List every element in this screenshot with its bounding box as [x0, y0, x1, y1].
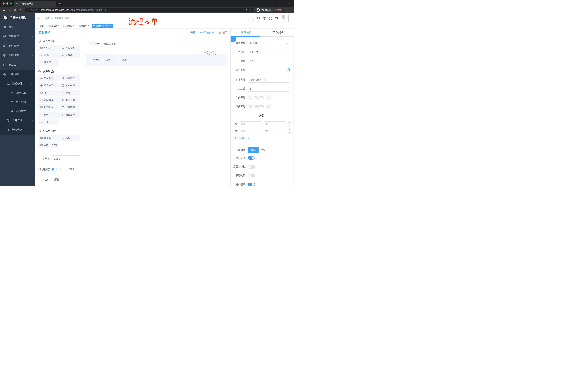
border-toggle[interactable]: [248, 165, 255, 169]
remove-option-button[interactable]: −: [288, 122, 291, 126]
sidebar-item-process-mgmt[interactable]: 流程管理: [0, 79, 35, 88]
palette-item-date-picker[interactable]: 日期选择: [38, 104, 59, 110]
palette-item-multi-text[interactable]: 多行文本: [60, 45, 80, 51]
new-tab-button[interactable]: +: [59, 2, 61, 6]
sidebar-item-system[interactable]: 系统管理: [0, 32, 35, 41]
browser-menu-icon[interactable]: ⋮: [283, 9, 285, 11]
decrease-button[interactable]: −: [248, 95, 253, 100]
palette-item-password[interactable]: 密码: [38, 52, 59, 58]
close-icon[interactable]: ×: [58, 25, 59, 27]
field-name-input[interactable]: [248, 49, 289, 55]
palette-item-radio-group[interactable]: 单选框组: [38, 83, 59, 89]
security-label[interactable]: 不安全: [30, 8, 37, 11]
window-close-button[interactable]: [2, 2, 5, 5]
fullscreen-icon[interactable]: [269, 17, 272, 20]
tag-home[interactable]: 首页: [38, 24, 46, 28]
add-option-button[interactable]: + 添加选项: [235, 136, 292, 139]
browser-update-button[interactable]: 更新 ⋮: [275, 8, 287, 12]
option-2-value-input[interactable]: [264, 128, 286, 134]
palette-item-select[interactable]: 下拉选择: [38, 75, 59, 81]
drag-handle-icon[interactable]: [234, 123, 238, 126]
search-icon[interactable]: [251, 17, 254, 20]
tag-process-definition[interactable]: 流程定义×: [47, 24, 61, 28]
tag-process-model[interactable]: 流程模型×: [62, 24, 76, 28]
sidebar-item-task-mgmt[interactable]: 任务管理: [0, 116, 35, 125]
title-input[interactable]: [248, 58, 289, 64]
password-key-icon[interactable]: [245, 9, 248, 11]
help-icon[interactable]: [263, 17, 266, 20]
grid-slider[interactable]: [248, 67, 289, 73]
drag-handle-icon[interactable]: [234, 130, 238, 133]
close-icon[interactable]: ×: [110, 25, 112, 27]
save-button[interactable]: ✓ 保存: [187, 31, 196, 34]
option-1-label-input[interactable]: [239, 121, 262, 127]
clear-button[interactable]: 清空: [219, 31, 227, 34]
scrollbar[interactable]: [292, 37, 294, 186]
reload-icon[interactable]: ⟳: [13, 8, 18, 12]
palette-item-date-range[interactable]: 日期范围: [60, 104, 80, 110]
disabled-toggle[interactable]: [248, 174, 255, 177]
palette-item-color-picker[interactable]: 颜色选择: [60, 112, 80, 118]
palette-item-cascader[interactable]: 级联选择: [60, 75, 80, 81]
increase-button[interactable]: +: [266, 95, 271, 100]
form-remark-textarea[interactable]: 嘿嘿: [52, 177, 80, 186]
tab-close-icon[interactable]: ×: [53, 2, 55, 5]
tab-form-props[interactable]: 表单属性: [262, 28, 294, 36]
palette-item-single-text[interactable]: 单行文本: [38, 45, 59, 51]
tab-search-chevron-icon[interactable]: ⌄: [289, 2, 291, 5]
breadcrumb-home[interactable]: 首页: [45, 17, 50, 20]
duplicate-component-button[interactable]: [205, 51, 210, 56]
url-bar[interactable]: ⚠ 不安全 dashboard.yudao.iocoder.cn/bpm/man…: [25, 8, 254, 12]
forward-icon[interactable]: →: [7, 8, 12, 12]
form-canvas[interactable]: *手机号 *性别 选项一 选项二: [83, 37, 230, 186]
gender-option-1-checkbox[interactable]: 选项一: [102, 58, 113, 62]
show-label-toggle[interactable]: [248, 156, 255, 159]
avatar-caret-icon[interactable]: ▾: [290, 17, 292, 19]
gender-option-2-checkbox[interactable]: 选项二: [118, 58, 129, 62]
palette-item-counter[interactable]: 计数器: [60, 52, 80, 58]
palette-item-time-range[interactable]: 时间范围: [60, 97, 80, 103]
option-1-value-input[interactable]: [264, 121, 286, 127]
style-button-button[interactable]: 按钮: [259, 147, 269, 153]
sidebar-item-user-group[interactable]: 用户分组: [0, 97, 35, 107]
sidebar-item-payment[interactable]: ¥ 支付管理: [0, 41, 35, 51]
component-type-select[interactable]: [248, 40, 289, 46]
home-icon[interactable]: ⌂: [18, 8, 23, 12]
sidebar-item-workflow[interactable]: 工作流程: [0, 70, 35, 79]
palette-item-button[interactable]: 按钮: [60, 135, 80, 141]
sidebar-item-process-form[interactable]: 流程表单: [0, 88, 35, 97]
palette-item-table[interactable]: 表格[开发中]: [38, 142, 59, 148]
palette-item-switch[interactable]: 开关: [38, 90, 59, 96]
palette-item-upload[interactable]: 上传: [38, 119, 59, 125]
palette-item-row-container[interactable]: 行容器: [38, 135, 59, 141]
bookmark-star-icon[interactable]: ☆: [249, 8, 252, 12]
back-icon[interactable]: ←: [2, 8, 7, 12]
link-handle[interactable]: [231, 37, 236, 42]
option-2-label-input[interactable]: [239, 128, 262, 134]
form-name-input[interactable]: [52, 155, 80, 162]
window-zoom-button[interactable]: [10, 2, 12, 5]
max-select-placeholder[interactable]: 最多可选: [253, 104, 266, 109]
palette-item-editor[interactable]: 编辑器: [38, 59, 59, 65]
decrease-button[interactable]: −: [248, 104, 253, 109]
close-icon[interactable]: ×: [73, 25, 74, 27]
remove-option-button[interactable]: −: [288, 129, 291, 133]
tag-process-form-edit[interactable]: 流程表单-编辑×: [92, 24, 113, 28]
delete-component-button[interactable]: [211, 51, 216, 56]
slider-handle[interactable]: [287, 68, 290, 71]
tag-process-form[interactable]: 流程表单×: [77, 24, 91, 28]
phone-input[interactable]: [102, 41, 220, 47]
palette-item-checkbox-group[interactable]: 多选框组: [60, 83, 80, 89]
status-on-radio[interactable]: 开启: [52, 168, 61, 171]
min-select-placeholder[interactable]: 至少应选: [253, 95, 266, 100]
app-logo[interactable]: 芋道管理系统: [0, 13, 35, 22]
status-off-radio[interactable]: 关闭: [65, 168, 74, 171]
sidebar-item-process-model[interactable]: 流程模型: [0, 107, 35, 116]
avatar[interactable]: [281, 15, 289, 22]
canvas-field-gender-selected[interactable]: *性别 选项一 选项二: [86, 54, 227, 66]
style-default-button[interactable]: 默认: [248, 147, 259, 153]
tab-component-props[interactable]: 组件属性: [231, 28, 262, 36]
default-value-input[interactable]: [248, 86, 289, 92]
label-width-input[interactable]: [248, 77, 289, 83]
view-json-button[interactable]: 查看json: [200, 31, 214, 34]
